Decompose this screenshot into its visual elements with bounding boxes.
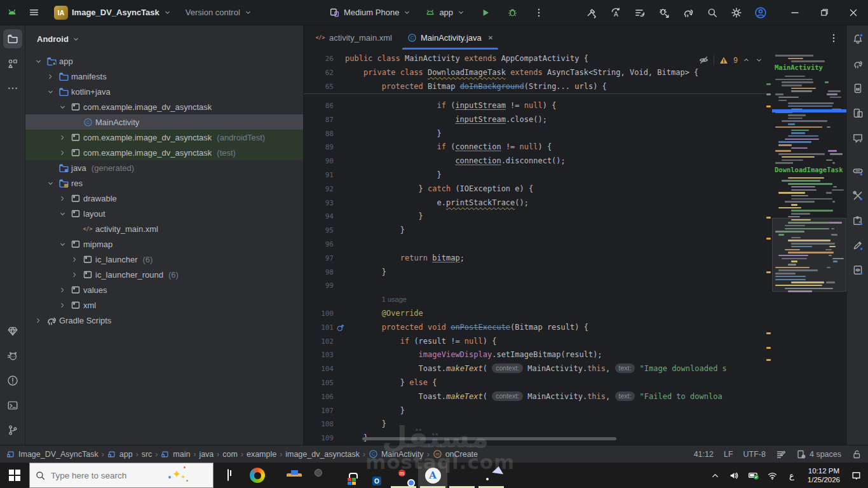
tree-item-activity-main-xml[interactable]: </>activity_main.xml: [25, 221, 303, 236]
run-button[interactable]: [475, 2, 496, 24]
chevron-right-icon[interactable]: [57, 149, 68, 157]
tree-item-com-example-image-dv-asynctask[interactable]: com.example.image_dv_asynctask: [25, 99, 303, 114]
layout-inspector-tool-button[interactable]: [848, 261, 867, 280]
resource-manager-tool-button[interactable]: [3, 54, 22, 73]
logcat-tool-button[interactable]: [3, 346, 22, 365]
start-button[interactable]: [0, 463, 29, 488]
photos-taskbar-button[interactable]: [477, 463, 506, 488]
chevron-right-icon[interactable]: [69, 255, 80, 264]
unlock-icon[interactable]: [851, 449, 862, 459]
search-input[interactable]: [51, 471, 162, 480]
file-explorer-taskbar-button[interactable]: [272, 463, 301, 488]
more-tools-tool-button[interactable]: [3, 79, 22, 98]
chevron-right-icon[interactable]: [33, 316, 44, 325]
close-button[interactable]: [839, 0, 868, 25]
account-button[interactable]: [750, 2, 771, 24]
run-configurations-button[interactable]: [629, 2, 651, 24]
breadcrumb-app[interactable]: app: [107, 450, 133, 459]
tree-item-mipmap[interactable]: mipmap: [25, 236, 303, 252]
tree-item-values[interactable]: values: [25, 282, 303, 297]
chevron-down-icon[interactable]: [45, 88, 56, 96]
project-widget[interactable]: IA Image_DV_AsyncTask: [50, 3, 176, 23]
profiler-button[interactable]: A: [605, 2, 627, 24]
device-manager-tool-button[interactable]: [848, 79, 867, 98]
stripe-mark[interactable]: [766, 83, 771, 85]
taskbar-search[interactable]: ✦✦: [29, 463, 214, 488]
stripe-mark[interactable]: [766, 271, 771, 273]
task-view-taskbar-button[interactable]: [214, 463, 243, 488]
tree-item-com-example-image-dv-asynctask[interactable]: com.example.image_dv_asynctask(test): [25, 145, 303, 160]
version-control-tool-tool-button[interactable]: [3, 421, 22, 440]
horizontal-scrollbar[interactable]: [362, 437, 616, 440]
gradle-tool-button[interactable]: [848, 54, 867, 73]
breadcrumb-com[interactable]: com: [222, 450, 238, 459]
stripe-mark[interactable]: [766, 217, 771, 219]
breadcrumb-main[interactable]: main: [161, 450, 190, 459]
volume-icon[interactable]: [726, 463, 743, 488]
close-tab-icon[interactable]: ✕: [488, 34, 493, 41]
version-control-widget[interactable]: Version control: [181, 4, 257, 20]
tree-item-xml[interactable]: xml: [25, 297, 303, 313]
sync-gradle-button[interactable]: [677, 2, 699, 24]
language-indicator[interactable]: ع: [783, 463, 800, 488]
override-icon[interactable]: [336, 323, 345, 332]
chevron-right-icon[interactable]: [57, 301, 68, 309]
breadcrumb-src[interactable]: src: [142, 450, 153, 459]
breadcrumb-example[interactable]: example: [247, 450, 276, 459]
notifications-tool-button[interactable]: [848, 29, 867, 48]
outlook-taskbar-button[interactable]: O: [360, 463, 389, 488]
stripe-mark[interactable]: [766, 93, 771, 95]
project-tool-button[interactable]: [3, 29, 22, 48]
minimap[interactable]: MainActivityDownloadImageTask: [772, 25, 846, 445]
terminal-tool-button[interactable]: [3, 396, 22, 415]
breadcrumb-java[interactable]: java: [199, 450, 214, 459]
android-studio-taskbar-button[interactable]: A: [418, 463, 447, 488]
stripe-mark[interactable]: [766, 347, 771, 349]
tree-item-java[interactable]: java(generated): [25, 160, 303, 175]
wifi-icon[interactable]: [764, 463, 781, 488]
store-taskbar-button[interactable]: [330, 463, 360, 488]
app-links-tool-button[interactable]: [848, 161, 867, 180]
tree-item-com-example-image-dv-asynctask[interactable]: com.example.image_dv_asynctask(androidTe…: [25, 130, 303, 145]
chevron-right-icon[interactable]: [69, 271, 80, 279]
next-problem-chevron-down-icon[interactable]: [755, 56, 763, 64]
tree-item-res[interactable]: res: [25, 175, 303, 191]
stripe-mark[interactable]: [766, 359, 771, 361]
search-everywhere-button[interactable]: [702, 2, 723, 24]
breadcrumb-oncreate[interactable]: monCreate: [433, 449, 478, 459]
cursor-position[interactable]: 41:12: [694, 450, 714, 459]
breadcrumb-mainactivity[interactable]: CMainActivity: [369, 449, 424, 459]
file-encoding[interactable]: UTF-8: [743, 450, 766, 459]
minimap-viewport[interactable]: [772, 218, 846, 292]
tree-item-app[interactable]: app: [25, 53, 303, 69]
more-run-options-button[interactable]: [528, 2, 550, 24]
copilot-taskbar-button[interactable]: [243, 463, 272, 488]
running-devices-tool-button[interactable]: [848, 104, 867, 123]
breadcrumb-image-dv-asynctask[interactable]: image_dv_asynctask: [285, 450, 360, 459]
chevron-right-icon[interactable]: [45, 72, 56, 81]
editor[interactable]: 86 if (inputStream != null) {87 inputStr…: [304, 50, 772, 445]
maximize-button[interactable]: [810, 0, 839, 25]
notepad-taskbar-button[interactable]: [447, 463, 477, 488]
main-menu-button[interactable]: [23, 2, 44, 24]
stripe-mark[interactable]: [766, 238, 771, 240]
device-selector[interactable]: Medium Phone: [325, 4, 416, 21]
chevron-right-icon[interactable]: [57, 133, 68, 142]
edge-taskbar-button[interactable]: [301, 463, 330, 488]
chevron-down-icon[interactable]: [57, 240, 68, 248]
attach-debugger-button[interactable]: [653, 2, 675, 24]
tree-item-gradle-scripts[interactable]: Gradle Scripts: [25, 313, 303, 328]
stripe-mark[interactable]: [766, 105, 771, 107]
tree-item-drawable[interactable]: drawable: [25, 191, 303, 206]
format-icon[interactable]: [776, 449, 786, 459]
app-inspection-tool-button[interactable]: [848, 186, 867, 205]
animation-preview-tool-button[interactable]: [848, 236, 867, 255]
settings-button[interactable]: [726, 2, 747, 24]
run-configuration-selector[interactable]: app: [421, 4, 470, 21]
editor-options-kebab-icon[interactable]: [829, 33, 839, 43]
chevron-down-icon[interactable]: [57, 210, 68, 218]
gemini-tool-button[interactable]: [848, 128, 867, 147]
chevron-down-icon[interactable]: [45, 179, 56, 187]
indent-widget[interactable]: 4 spaces: [796, 449, 841, 459]
taskbar-clock[interactable]: 10:12 PM 1/25/2026: [803, 466, 845, 484]
